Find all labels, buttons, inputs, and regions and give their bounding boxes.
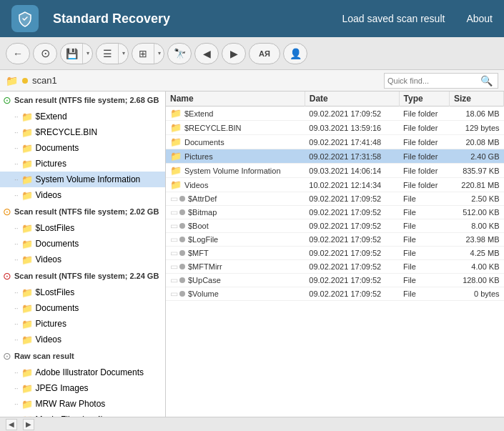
back-icon: ← bbox=[13, 48, 23, 59]
file-name-cell: 📁Videos bbox=[166, 178, 305, 192]
tree-extend-1[interactable]: ·· 📁 $Extend bbox=[0, 109, 165, 124]
file-name-cell: ▭$MFTMirr bbox=[166, 260, 305, 274]
table-row[interactable]: ▭$UpCase09.02.2021 17:09:52File128.00 KB bbox=[166, 274, 504, 287]
file-dot bbox=[179, 277, 185, 283]
tree-videos-3[interactable]: ·· 📁 Videos bbox=[0, 332, 165, 347]
table-row[interactable]: 📁$Extend09.02.2021 17:09:52File folder18… bbox=[166, 106, 504, 121]
tree-lostfiles-3[interactable]: ·· 📁 $LostFiles bbox=[0, 284, 165, 300]
scan-button[interactable]: 🔭 bbox=[167, 43, 192, 64]
scroll-right-button[interactable]: ▶ bbox=[23, 419, 34, 430]
tree-label: Adobe Illustrator Documents bbox=[36, 367, 144, 377]
file-size-cell: 129 bytes bbox=[449, 121, 503, 135]
header-nav: Load saved scan result About bbox=[342, 13, 493, 24]
file-name-cell: ▭$AttrDef bbox=[166, 192, 305, 206]
save-button[interactable]: 💾 ▾ bbox=[60, 43, 93, 64]
folder-icon: 📁 bbox=[21, 254, 33, 264]
statusbar: ◀ ▶ bbox=[0, 417, 504, 431]
list-view-button[interactable]: ☰ ▾ bbox=[96, 43, 129, 64]
table-row[interactable]: ▭$Bitmap09.02.2021 17:09:52File512.00 KB bbox=[166, 206, 504, 219]
folder-icon: 📁 bbox=[170, 137, 182, 147]
load-saved-button[interactable]: Load saved scan result bbox=[342, 13, 445, 24]
file-type-cell: File bbox=[399, 233, 449, 247]
file-icon: ▭ bbox=[170, 207, 178, 217]
scan-result-1[interactable]: ⊙ Scan result (NTFS file system; 2.68 GB bbox=[0, 91, 165, 109]
file-type-cell: File bbox=[399, 274, 449, 287]
tree-videos-2[interactable]: ·· 📁 Videos bbox=[0, 252, 165, 267]
main-content: ⊙ Scan result (NTFS file system; 2.68 GB… bbox=[0, 91, 504, 417]
tree-sysvolinfo-1[interactable]: ·· 📁 System Volume Information bbox=[0, 172, 165, 187]
folder-gray-icon: 📁 bbox=[21, 399, 33, 409]
file-size-cell: 512.00 KB bbox=[449, 206, 503, 219]
table-row[interactable]: ▭$LogFile09.02.2021 17:09:52File23.98 MB bbox=[166, 233, 504, 247]
table-row[interactable]: ▭$Boot09.02.2021 17:09:52File8.00 KB bbox=[166, 219, 504, 233]
tree-documents-1[interactable]: ·· 📁 Documents bbox=[0, 140, 165, 156]
table-row[interactable]: ▭$Volume09.02.2021 17:09:52File0 bytes bbox=[166, 287, 504, 301]
quick-find-icon[interactable]: 🔍 bbox=[480, 75, 493, 86]
file-size-cell: 2.50 KB bbox=[449, 192, 503, 206]
back-button[interactable]: ← bbox=[6, 43, 30, 64]
file-type-cell: File folder bbox=[399, 164, 449, 178]
tree-jpeg[interactable]: ·· 📁 JPEG Images bbox=[0, 380, 165, 396]
folder-icon: 📁 bbox=[21, 190, 33, 200]
quick-find-input[interactable] bbox=[387, 76, 480, 85]
case-button[interactable]: АЯ bbox=[249, 43, 280, 64]
file-type-cell: File bbox=[399, 260, 449, 274]
tree-videos-1[interactable]: ·· 📁 Videos bbox=[0, 187, 165, 203]
file-date-cell: 09.02.2021 17:41:48 bbox=[305, 135, 399, 149]
table-row[interactable]: 📁Pictures09.02.2021 17:31:58File folder2… bbox=[166, 149, 504, 164]
tree-lostfiles-2[interactable]: ·· 📁 $LostFiles bbox=[0, 220, 165, 236]
tree-label: Documents bbox=[36, 239, 79, 249]
file-icon: ▭ bbox=[170, 289, 178, 299]
col-size: Size bbox=[449, 91, 503, 106]
tree-documents-3[interactable]: ·· 📁 Documents bbox=[0, 300, 165, 316]
table-row[interactable]: 📁Videos10.02.2021 12:14:34File folder220… bbox=[166, 178, 504, 192]
next-button[interactable]: ▶ bbox=[222, 43, 246, 64]
scroll-left-button[interactable]: ◀ bbox=[6, 419, 17, 430]
scan-dot bbox=[22, 78, 28, 84]
table-row[interactable]: ▭$AttrDef09.02.2021 17:09:52File2.50 KB bbox=[166, 192, 504, 206]
col-date: Date bbox=[305, 91, 399, 106]
folder-icon: 📁 bbox=[6, 75, 18, 86]
prev-button[interactable]: ◀ bbox=[194, 43, 219, 64]
folder-icon: 📁 bbox=[21, 112, 33, 122]
next-icon: ▶ bbox=[230, 48, 238, 59]
search-button[interactable]: ⊙ bbox=[33, 43, 57, 64]
scan-result-2[interactable]: ⊙ Scan result (NTFS file system; 2.02 GB bbox=[0, 203, 165, 220]
scan-orange-icon: ⊙ bbox=[3, 206, 11, 217]
scan-result-raw[interactable]: ⊙ Raw scan result bbox=[0, 347, 165, 365]
file-icon: ▭ bbox=[170, 234, 178, 244]
table-row[interactable]: 📁System Volume Information09.03.2021 14:… bbox=[166, 164, 504, 178]
grid-icon: ⊞ bbox=[132, 43, 154, 64]
table-row[interactable]: ▭$MFTMirr09.02.2021 17:09:52File4.00 KB bbox=[166, 260, 504, 274]
grid-view-button[interactable]: ⊞ ▾ bbox=[132, 43, 164, 64]
table-row[interactable]: 📁$RECYCLE.BIN09.03.2021 13:59:16File fol… bbox=[166, 121, 504, 135]
magnify-icon: ⊙ bbox=[41, 46, 50, 60]
table-row[interactable]: ▭$MFT09.02.2021 17:09:52File4.25 MB bbox=[166, 247, 504, 260]
file-date-cell: 09.02.2021 17:09:52 bbox=[305, 287, 399, 301]
table-row[interactable]: 📁Documents09.02.2021 17:41:48File folder… bbox=[166, 135, 504, 149]
file-icon: ▭ bbox=[170, 262, 178, 272]
scan-result-3[interactable]: ⊙ Scan result (NTFS file system; 2.24 GB bbox=[0, 267, 165, 284]
folder-icon: 📁 bbox=[21, 174, 33, 184]
addressbar: 📁 scan1 🔍 bbox=[0, 70, 504, 91]
user-button[interactable]: 👤 bbox=[283, 43, 307, 64]
file-name-cell: 📁System Volume Information bbox=[166, 164, 305, 178]
file-date-cell: 09.02.2021 17:09:52 bbox=[305, 106, 399, 121]
tree-movie[interactable]: ·· 📁 Movie Files (mp4) bbox=[0, 412, 165, 417]
grid-arrow-icon: ▾ bbox=[154, 43, 164, 64]
file-type-cell: File bbox=[399, 206, 449, 219]
tree-documents-2[interactable]: ·· 📁 Documents bbox=[0, 236, 165, 252]
file-type-cell: File folder bbox=[399, 149, 449, 164]
tree-pictures-3[interactable]: ·· 📁 Pictures bbox=[0, 316, 165, 332]
quick-find-box[interactable]: 🔍 bbox=[384, 73, 498, 89]
tree-mrw[interactable]: ·· 📁 MRW Raw Photos bbox=[0, 396, 165, 412]
about-button[interactable]: About bbox=[466, 13, 493, 24]
file-name-cell: 📁$RECYCLE.BIN bbox=[166, 121, 305, 135]
file-date-cell: 09.02.2021 17:09:52 bbox=[305, 219, 399, 233]
file-dot bbox=[179, 196, 185, 202]
tree-pictures-1[interactable]: ·· 📁 Pictures bbox=[0, 156, 165, 172]
file-icon: ▭ bbox=[170, 221, 178, 231]
tree-adobe[interactable]: ·· 📁 Adobe Illustrator Documents bbox=[0, 365, 165, 380]
tree-recycle-1[interactable]: ·· 📁 $RECYCLE.BIN bbox=[0, 124, 165, 140]
table-header-row: Name Date Type Size bbox=[166, 91, 504, 106]
